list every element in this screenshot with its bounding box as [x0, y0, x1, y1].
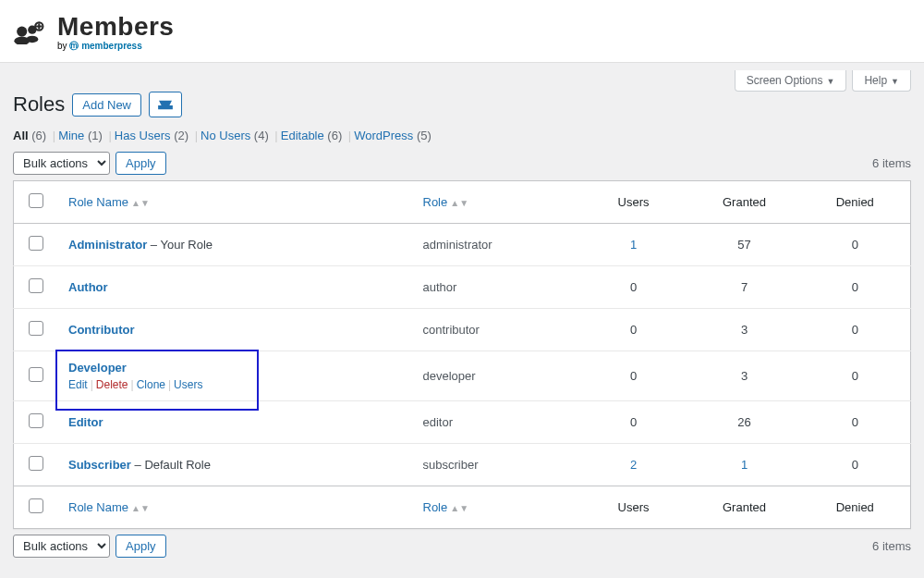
help-tab[interactable]: Help▼	[852, 70, 911, 92]
col-granted: Granted	[689, 181, 800, 224]
role-slug: contributor	[412, 309, 578, 351]
filter-link[interactable]: Has Users	[115, 129, 174, 142]
screen-meta: Screen Options▼ Help▼	[0, 67, 924, 92]
col-granted: 3	[689, 309, 800, 351]
col-denied-f: Denied	[800, 486, 911, 529]
role-slug: author	[412, 266, 578, 309]
filter-link[interactable]: WordPress	[354, 129, 417, 142]
role-name-link[interactable]: Author	[68, 280, 108, 294]
items-count-top: 6 items	[872, 156, 911, 170]
svg-point-0	[17, 26, 27, 36]
brand-subtitle: by ⓜ memberpress	[57, 40, 174, 53]
table-row: Subscriber – Default Rolesubscriber210	[14, 444, 911, 486]
add-new-button[interactable]: Add New	[72, 93, 141, 117]
role-slug: administrator	[412, 224, 578, 266]
role-slug: editor	[412, 401, 578, 444]
col-role[interactable]: Role▲▼	[412, 181, 578, 224]
page-heading: Roles Add New	[13, 92, 911, 117]
edit-link[interactable]: Edit	[68, 378, 88, 391]
roles-table: Role Name▲▼ Role▲▼ Users Granted Denied …	[13, 180, 911, 529]
col-granted: 26	[689, 401, 800, 444]
clone-link[interactable]: Clone	[137, 378, 165, 391]
col-users: 0	[578, 351, 689, 401]
caret-down-icon: ▼	[891, 77, 899, 86]
table-row: Contributorcontributor030	[14, 309, 911, 351]
row-checkbox[interactable]	[29, 413, 43, 428]
col-users: 0	[578, 309, 689, 351]
users-link[interactable]: Users	[174, 378, 202, 391]
bulk-actions-bottom: Bulk actions Apply	[13, 535, 166, 558]
row-actions: Edit|Delete|Clone|Users	[68, 378, 401, 391]
col-users: 0	[578, 401, 689, 444]
bulk-actions-select[interactable]: Bulk actions	[13, 152, 110, 175]
sort-icon: ▲▼	[131, 503, 150, 513]
col-granted: 3	[689, 351, 800, 401]
role-slug: subscriber	[412, 444, 578, 486]
plugin-banner: Members by ⓜ memberpress	[0, 0, 924, 63]
inbox-icon-button[interactable]	[149, 92, 182, 117]
row-checkbox[interactable]	[29, 321, 43, 336]
filter-links: All (6) |Mine (1) |Has Users (2) |No Use…	[13, 129, 911, 142]
col-denied: 0	[800, 224, 911, 266]
sort-icon: ▲▼	[450, 198, 468, 208]
table-row: Editoreditor0260	[14, 401, 911, 444]
role-name-link[interactable]: Subscriber	[68, 458, 131, 472]
role-badge: – Your Role	[147, 238, 213, 252]
filter-link[interactable]: Editable	[281, 129, 328, 142]
col-granted-f: Granted	[689, 486, 800, 529]
col-granted: 7	[689, 266, 800, 309]
tablenav-top: Bulk actions Apply 6 items	[13, 152, 911, 175]
filter-link[interactable]: All	[13, 129, 31, 142]
col-denied: Denied	[800, 181, 911, 224]
col-users-f: Users	[578, 486, 689, 529]
bulk-actions-select-bottom[interactable]: Bulk actions	[13, 535, 110, 558]
inbox-icon	[157, 98, 174, 111]
screen-options-tab[interactable]: Screen Options▼	[735, 70, 847, 92]
bulk-actions-top: Bulk actions Apply	[13, 152, 166, 175]
apply-button-bottom[interactable]: Apply	[116, 535, 166, 558]
tablenav-bottom: Bulk actions Apply 6 items	[13, 535, 911, 558]
page-title: Roles	[13, 92, 65, 117]
col-denied: 0	[800, 266, 911, 309]
sort-icon: ▲▼	[450, 503, 468, 513]
members-logo-icon	[13, 20, 48, 44]
row-checkbox[interactable]	[29, 367, 43, 382]
role-name-link[interactable]: Editor	[68, 415, 103, 429]
sort-icon: ▲▼	[131, 198, 150, 208]
col-users: 0	[578, 266, 689, 309]
col-users[interactable]: 2	[578, 444, 689, 486]
svg-point-3	[26, 35, 38, 42]
col-denied: 0	[800, 351, 911, 401]
col-users: Users	[578, 181, 689, 224]
col-role-name[interactable]: Role Name▲▼	[57, 181, 412, 224]
col-denied: 0	[800, 444, 911, 486]
role-name-link[interactable]: Developer	[68, 361, 127, 375]
col-role-f[interactable]: Role▲▼	[412, 486, 578, 529]
brand-title: Members	[57, 12, 174, 42]
col-users[interactable]: 1	[578, 224, 689, 266]
col-denied: 0	[800, 309, 911, 351]
filter-link[interactable]: Mine	[58, 129, 88, 142]
select-all-checkbox-footer[interactable]	[29, 498, 43, 513]
delete-link[interactable]: Delete	[96, 378, 128, 391]
col-denied: 0	[800, 401, 911, 444]
row-checkbox[interactable]	[29, 278, 43, 293]
brand-text: Members by ⓜ memberpress	[57, 12, 174, 53]
role-name-link[interactable]: Administrator	[68, 238, 147, 252]
col-granted[interactable]: 1	[689, 444, 800, 486]
col-granted: 57	[689, 224, 800, 266]
apply-button[interactable]: Apply	[116, 152, 166, 175]
filter-link[interactable]: No Users	[201, 129, 254, 142]
role-slug: developer	[412, 351, 578, 401]
role-name-link[interactable]: Contributor	[68, 323, 134, 337]
caret-down-icon: ▼	[826, 77, 834, 86]
role-badge: – Default Role	[131, 458, 211, 472]
row-checkbox[interactable]	[29, 236, 43, 251]
table-row: DeveloperEdit|Delete|Clone|Usersdevelope…	[14, 351, 911, 401]
items-count-bottom: 6 items	[872, 539, 911, 553]
select-all-checkbox[interactable]	[29, 193, 43, 208]
table-row: Administrator – Your Roleadministrator15…	[14, 224, 911, 266]
col-role-name-f[interactable]: Role Name▲▼	[57, 486, 412, 529]
table-row: Authorauthor070	[14, 266, 911, 309]
row-checkbox[interactable]	[29, 456, 43, 471]
